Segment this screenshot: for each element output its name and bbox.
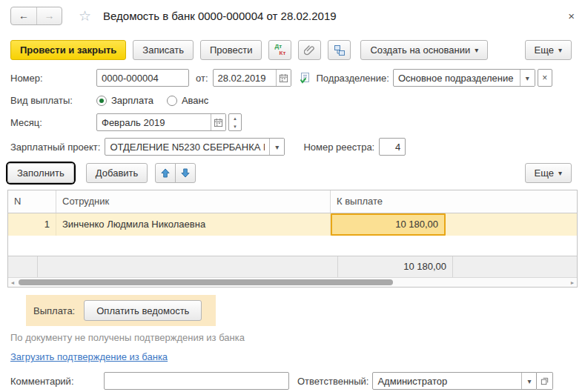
salary-project-row: Зарплатный проект: ▾ Номер реестра: (10, 138, 585, 156)
attachments-button[interactable] (298, 40, 321, 60)
add-button[interactable]: Добавить (86, 163, 148, 183)
fill-button[interactable]: Заполнить (7, 163, 74, 183)
month-row: Месяц: ▲ ▼ (10, 113, 585, 131)
salary-project-input[interactable] (105, 139, 269, 155)
post-button[interactable]: Провести (200, 40, 262, 60)
radio-salary[interactable]: Зарплата (96, 95, 153, 106)
dt-kt-icon: ДтКт (275, 44, 286, 57)
cell-filler (446, 213, 577, 236)
cell-amount-selected[interactable]: 10 180,00 (331, 213, 446, 236)
chevron-down-icon: ▾ (475, 46, 478, 54)
department-label: Подразделение: (317, 73, 389, 84)
nav-history-group: ← → (10, 7, 62, 25)
department-clear-icon[interactable]: × (538, 69, 552, 87)
responsible-field: ▾ (372, 372, 537, 390)
table-row[interactable]: 1 Зинченко Людмила Николаевна 10 180,00 (8, 213, 577, 236)
pay-statement-button[interactable]: Оплатить ведомость (84, 300, 202, 321)
comment-input[interactable] (105, 373, 288, 389)
move-up-button[interactable] (155, 163, 176, 183)
comment-label: Комментарий: (10, 376, 104, 387)
responsible-label: Ответственный: (297, 376, 368, 387)
chevron-down-icon: ▾ (558, 169, 562, 177)
close-icon[interactable]: × (568, 10, 575, 21)
arrow-down-icon (181, 168, 190, 178)
radio-advance-label: Аванс (182, 95, 208, 106)
total-filler-cell (38, 256, 338, 277)
date-field (213, 69, 291, 87)
date-input[interactable] (214, 70, 276, 86)
list-toolbar: Заполнить Добавить Еще▾ (7, 163, 572, 183)
radio-advance[interactable]: Аванс (167, 95, 208, 106)
month-stepper[interactable]: ▲ ▼ (228, 113, 242, 131)
date-label: от: (196, 73, 208, 84)
responsible-dropdown-icon[interactable]: ▾ (521, 373, 536, 389)
payment-strip: Выплата: Оплатить ведомость (26, 295, 216, 326)
scrollbar-thumb[interactable] (19, 279, 393, 285)
horizontal-scrollbar[interactable]: ◄ ► (8, 277, 577, 287)
create-based-on-button[interactable]: Создать на основании▾ (360, 40, 488, 60)
move-down-button[interactable] (175, 163, 196, 183)
number-field (96, 69, 189, 87)
radio-unselected-icon (167, 96, 177, 106)
scrollbar-track[interactable] (17, 278, 568, 288)
registry-number-label: Номер реестра: (303, 142, 374, 153)
calendar-icon[interactable] (211, 114, 225, 130)
bank-confirmation-status: По документу не получены подтверждения и… (10, 332, 585, 343)
register-records-icon[interactable] (299, 72, 311, 84)
department-input[interactable] (394, 70, 520, 86)
registry-number-field (379, 138, 406, 156)
forward-icon: → (44, 10, 55, 21)
radio-salary-label: Зарплата (111, 95, 153, 106)
spinner-down-icon[interactable]: ▼ (229, 122, 241, 130)
salary-project-label: Зарплатный проект: (10, 142, 100, 153)
registry-number-input[interactable] (380, 139, 405, 155)
table-empty-row[interactable] (8, 236, 577, 256)
forward-button[interactable]: → (36, 7, 62, 24)
cell-filler (8, 236, 577, 256)
post-and-close-button[interactable]: Провести и закрыть (10, 40, 126, 60)
month-input[interactable] (97, 114, 211, 130)
favorite-star-icon[interactable]: ☆ (79, 9, 91, 23)
document-window: ← → ☆ Ведомость в банк 0000-000004 от 28… (0, 0, 585, 392)
comment-field (104, 372, 289, 390)
salary-project-field: ▾ (105, 138, 285, 156)
number-input[interactable] (97, 70, 188, 86)
column-header-employee[interactable]: Сотрудник (56, 190, 331, 213)
list-more-button[interactable]: Еще▾ (525, 163, 572, 183)
total-amount: 10 180,00 (338, 256, 453, 277)
cell-row-number[interactable]: 1 (8, 213, 56, 236)
column-header-n[interactable]: N (8, 190, 56, 213)
spinner-up-icon[interactable]: ▲ (229, 114, 241, 122)
related-documents-button[interactable] (328, 40, 351, 60)
payment-type-label: Вид выплаты: (10, 95, 96, 106)
more-button[interactable]: Еще▾ (525, 40, 572, 60)
employees-table: N Сотрудник К выплате 1 Зинченко Людмила… (7, 190, 578, 288)
move-row-buttons (155, 163, 196, 183)
dt-kt-postings-button[interactable]: ДтКт (268, 40, 291, 60)
save-button[interactable]: Записать (133, 40, 194, 60)
column-header-amount[interactable]: К выплате (331, 190, 446, 213)
salary-project-dropdown-icon[interactable]: ▾ (269, 139, 284, 155)
payment-type-row: Вид выплаты: Зарплата Аванс (10, 95, 585, 106)
responsible-input[interactable] (373, 373, 521, 389)
department-dropdown-icon[interactable]: ▾ (520, 70, 535, 86)
chevron-down-icon: ▾ (558, 46, 562, 54)
scroll-left-icon[interactable]: ◄ (8, 280, 17, 285)
table-header-row: N Сотрудник К выплате (8, 190, 577, 213)
footer-row: Комментарий: Ответственный: ▾ (10, 372, 585, 390)
cell-employee[interactable]: Зинченко Людмила Николаевна (56, 213, 331, 236)
load-bank-confirmation-link[interactable]: Загрузить подтверждение из банка (10, 351, 168, 362)
scroll-right-icon[interactable]: ► (568, 280, 577, 285)
responsible-open-button[interactable] (537, 372, 553, 390)
number-row: Номер: от: Подразделение: ▾ × (10, 69, 585, 87)
total-filler-cell (453, 256, 577, 277)
calendar-icon[interactable] (276, 70, 291, 86)
month-label: Месяц: (10, 117, 96, 128)
structure-icon (334, 44, 346, 56)
total-filler-cell (8, 256, 38, 277)
back-button[interactable]: ← (11, 7, 36, 24)
table-totals-row: 10 180,00 (8, 256, 577, 277)
department-field: ▾ (393, 69, 535, 87)
month-field (96, 113, 226, 131)
back-icon: ← (19, 10, 29, 21)
